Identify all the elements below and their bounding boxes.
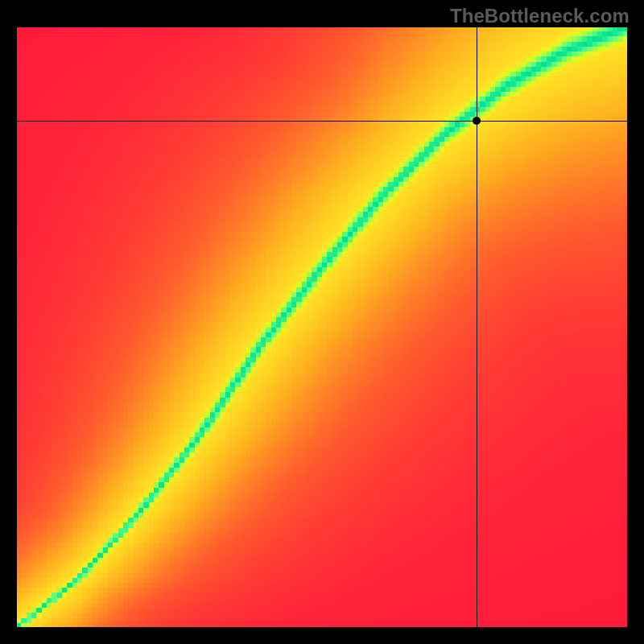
axis-bottom bbox=[16, 627, 628, 628]
watermark-text: TheBottleneck.com bbox=[450, 5, 630, 27]
axis-right bbox=[627, 27, 628, 628]
bottleneck-heatmap bbox=[16, 27, 628, 628]
crosshair-horizontal bbox=[16, 121, 628, 122]
crosshair-marker bbox=[473, 117, 481, 125]
axis-left bbox=[16, 27, 17, 628]
